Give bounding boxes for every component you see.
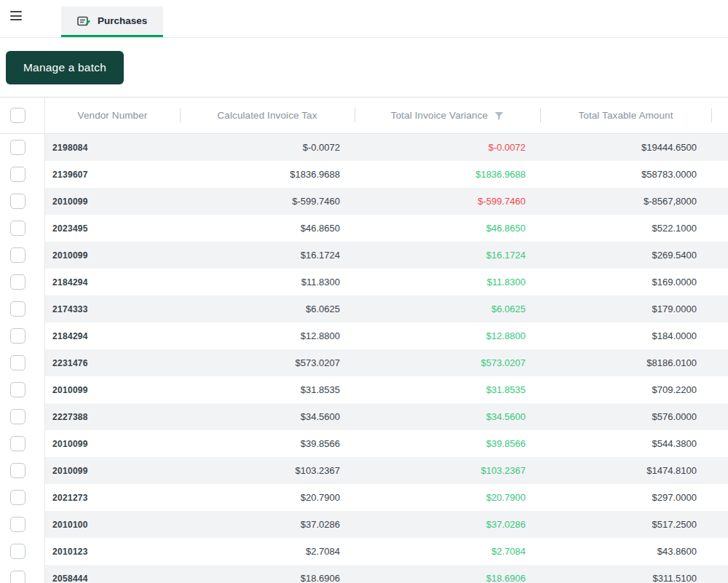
total-taxable-amount-cell: $184.0000 — [540, 330, 711, 341]
row-checkbox-cell — [0, 403, 45, 430]
total-taxable-amount-cell: $1474.8100 — [540, 465, 711, 476]
total-invoice-variance-cell: $1836.9688 — [355, 169, 540, 180]
table-row: 2184294 $12.8800 $12.8800 $184.0000 — [0, 322, 728, 349]
vendor-number-cell: 2010100 — [45, 520, 180, 530]
calculated-invoice-tax-cell: $18.6906 — [180, 573, 355, 583]
vendor-number-cell: 2231476 — [45, 358, 180, 368]
total-taxable-amount-cell: $297.0000 — [540, 492, 711, 503]
column-label: Total Invoice Variance — [391, 110, 488, 121]
row-checkbox[interactable] — [10, 140, 25, 155]
table-row: 2010099 $31.8535 $31.8535 $709.2200 — [0, 376, 728, 403]
calculated-invoice-tax-cell: $2.7084 — [180, 546, 355, 557]
row-checkbox[interactable] — [10, 167, 25, 182]
row-content: 2021273 $20.7900 $20.7900 $297.0000 — [45, 484, 728, 511]
vendor-number-cell: 2139607 — [45, 170, 180, 180]
total-invoice-variance-cell: $20.7900 — [355, 492, 540, 503]
calculated-invoice-tax-cell: $46.8650 — [180, 223, 355, 234]
calculated-invoice-tax-cell: $1836.9688 — [180, 169, 355, 180]
total-taxable-amount-cell: $-8567,8000 — [540, 196, 711, 207]
total-taxable-amount-cell: $8186.0100 — [540, 357, 711, 368]
table-row: 2010099 $103.2367 $103.2367 $1474.8100 — [0, 457, 728, 484]
total-invoice-variance-cell: $12.8800 — [355, 330, 540, 341]
calculated-invoice-tax-cell: $16.1724 — [180, 250, 355, 261]
row-checkbox[interactable] — [10, 571, 25, 583]
select-all-checkbox[interactable] — [10, 108, 25, 123]
total-taxable-amount-cell: $43.8600 — [540, 546, 711, 557]
vendor-number-cell: 2010123 — [45, 547, 180, 557]
calculated-invoice-tax-cell: $12.8800 — [180, 330, 355, 341]
row-checkbox[interactable] — [10, 409, 25, 424]
vendor-number-cell: 2198084 — [45, 143, 180, 153]
total-invoice-variance-cell: $-0.0072 — [355, 142, 540, 153]
table-row: 2010123 $2.7084 $2.7084 $43.8600 — [0, 538, 728, 565]
vendor-number-cell: 2010099 — [45, 466, 180, 476]
table-row: 2021273 $20.7900 $20.7900 $297.0000 — [0, 484, 728, 511]
table-row: 2198084 $-0.0072 $-0.0072 $19444.6500 — [0, 134, 728, 161]
tab-purchases[interactable]: Purchases — [61, 7, 163, 37]
total-invoice-variance-cell: $37.0286 — [355, 519, 540, 530]
tab-label: Purchases — [98, 15, 147, 26]
total-invoice-variance-cell: $34.5600 — [355, 411, 540, 422]
column-header-calculated-invoice-tax[interactable]: Calculated Invoice Tax — [180, 98, 355, 133]
row-content: 2174333 $6.0625 $6.0625 $179.0000 — [45, 296, 728, 322]
row-checkbox-cell — [0, 376, 45, 403]
total-invoice-variance-cell: $-599.7460 — [355, 196, 540, 207]
row-checkbox[interactable] — [10, 221, 25, 236]
table-row: 2184294 $11.8300 $11.8300 $169.0000 — [0, 269, 728, 296]
row-checkbox[interactable] — [10, 194, 25, 209]
vendor-number-cell: 2010099 — [45, 385, 180, 395]
row-content: 2010100 $37.0286 $37.0286 $517.2500 — [45, 511, 728, 538]
row-checkbox[interactable] — [10, 355, 25, 370]
row-checkbox[interactable] — [10, 301, 25, 317]
vendor-number-cell: 2023495 — [45, 223, 180, 234]
total-taxable-amount-cell: $522.1000 — [540, 223, 711, 234]
row-checkbox-cell — [0, 484, 45, 511]
vendor-number-cell: 2174333 — [45, 304, 180, 314]
vendor-number-cell: 2058444 — [45, 574, 180, 583]
row-checkbox[interactable] — [10, 463, 25, 478]
manage-batch-button[interactable]: Manage a batch — [6, 51, 124, 84]
vendor-number-cell: 2184294 — [45, 277, 180, 287]
total-taxable-amount-cell: $517.2500 — [540, 519, 711, 530]
row-content: 2139607 $1836.9688 $1836.9688 $58783.000… — [45, 161, 728, 188]
row-checkbox[interactable] — [10, 247, 25, 263]
column-header-total-taxable-amount[interactable]: Total Taxable Amount — [540, 98, 711, 133]
row-checkbox[interactable] — [10, 328, 25, 344]
total-taxable-amount-cell: $169.0000 — [540, 277, 711, 287]
total-taxable-amount-cell: $709.2200 — [540, 384, 711, 395]
row-checkbox[interactable] — [10, 517, 25, 532]
table-header: Vendor Number Calculated Invoice Tax Tot… — [0, 98, 728, 134]
total-taxable-amount-cell: $58783.0000 — [540, 169, 711, 180]
total-invoice-variance-cell: $39.8566 — [355, 438, 540, 449]
row-checkbox[interactable] — [10, 274, 25, 290]
total-taxable-amount-cell: $311.5100 — [540, 573, 711, 583]
hamburger-menu-icon[interactable] — [10, 11, 22, 20]
table-row: 2010100 $37.0286 $37.0286 $517.2500 — [0, 511, 728, 538]
row-checkbox[interactable] — [10, 490, 25, 505]
table-row: 2058444 $18.6906 $18.6906 $311.5100 — [0, 565, 728, 583]
table-row: 2010099 $16.1724 $16.1724 $269.5400 — [0, 242, 728, 269]
row-checkbox-cell — [0, 430, 45, 457]
row-checkbox[interactable] — [10, 436, 25, 451]
toolbar: Manage a batch — [0, 38, 728, 97]
column-header-vendor-number[interactable]: Vendor Number — [45, 98, 180, 133]
row-content: 2231476 $573.0207 $573.0207 $8186.0100 — [45, 349, 728, 376]
column-header-overflow — [711, 98, 728, 133]
row-checkbox-cell — [0, 457, 45, 484]
filter-funnel-icon[interactable] — [494, 111, 504, 121]
purchases-table: Vendor Number Calculated Invoice Tax Tot… — [0, 97, 728, 583]
row-checkbox-cell — [0, 565, 45, 583]
row-checkbox[interactable] — [10, 544, 25, 559]
row-checkbox-cell — [0, 161, 45, 188]
row-checkbox-cell — [0, 134, 45, 161]
row-checkbox[interactable] — [10, 382, 25, 397]
row-checkbox-cell — [0, 269, 45, 296]
row-checkbox-cell — [0, 215, 45, 242]
row-checkbox-cell — [0, 296, 45, 322]
column-header-total-invoice-variance[interactable]: Total Invoice Variance — [355, 98, 540, 133]
total-invoice-variance-cell: $2.7084 — [355, 546, 540, 557]
calculated-invoice-tax-cell: $11.8300 — [180, 277, 355, 287]
total-invoice-variance-cell: $11.8300 — [355, 277, 540, 287]
total-invoice-variance-cell: $6.0625 — [355, 304, 540, 314]
calculated-invoice-tax-cell: $-0.0072 — [180, 142, 355, 153]
